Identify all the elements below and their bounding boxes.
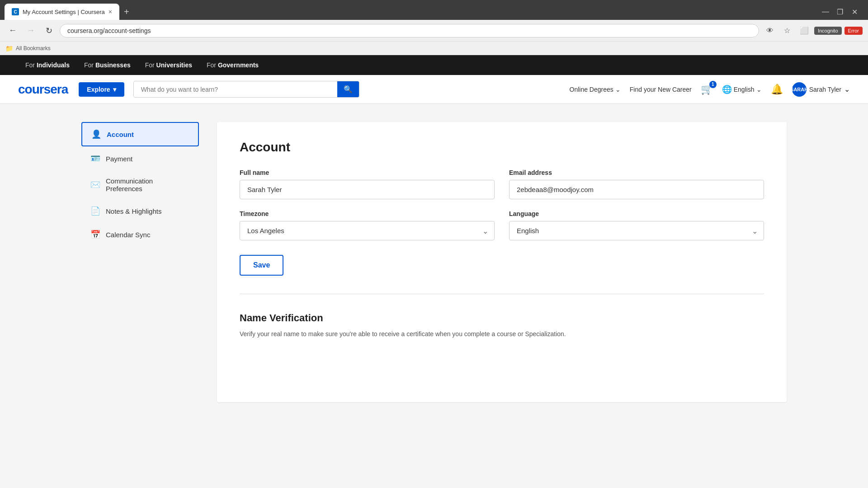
user-menu-button[interactable]: SARAH Sarah Tyler ⌄	[792, 82, 850, 97]
browser-nav: ← → ↻ 👁 ☆ ⬜ Incognito Error	[0, 20, 868, 42]
name-verification-section: Name Verification Verify your real name …	[240, 312, 764, 339]
search-button[interactable]: 🔍	[337, 81, 359, 97]
main-nav: coursera Explore ▾ 🔍 Online Degrees ⌄ Fi…	[0, 75, 868, 104]
bookmarks-icon: 📁	[5, 45, 13, 52]
sidebar-notes-label: Notes & Highlights	[106, 207, 161, 215]
calendar-icon: 📅	[90, 230, 100, 239]
payment-icon: 🪪	[90, 154, 100, 164]
language-chevron-icon: ⌄	[756, 86, 762, 93]
tab-favicon: C	[12, 8, 19, 15]
tab-title: My Account Settings | Coursera	[23, 9, 105, 15]
name-email-row: Full name Email address	[240, 169, 764, 199]
communication-icon: ✉️	[90, 180, 100, 190]
sidebar-item-payment[interactable]: 🪪 Payment	[81, 147, 199, 170]
save-button[interactable]: Save	[240, 255, 283, 276]
name-verification-title: Name Verification	[240, 312, 764, 324]
language-button[interactable]: 🌐 English ⌄	[722, 84, 762, 94]
window-controls: — ❐ ✕	[819, 5, 868, 18]
top-nav: For Individuals For Businesses For Unive…	[0, 55, 868, 75]
nav-for-governments[interactable]: For Governments	[199, 55, 266, 75]
sidebar-account-label: Account	[107, 131, 134, 138]
explore-chevron-icon: ▾	[113, 86, 116, 93]
online-degrees-label: Online Degrees	[570, 86, 613, 93]
avatar: SARAH	[792, 82, 807, 97]
tab-close-button[interactable]: ×	[108, 8, 112, 15]
close-button[interactable]: ✕	[848, 5, 861, 18]
online-degrees-chevron-icon: ⌄	[615, 86, 621, 93]
coursera-logo[interactable]: coursera	[18, 82, 68, 97]
address-bar[interactable]	[60, 24, 759, 38]
language-form-label: Language	[509, 210, 764, 217]
timezone-select[interactable]: Los Angeles New York Chicago	[240, 221, 495, 240]
language-select-wrapper: English Spanish French	[509, 221, 764, 240]
nav-actions: 👁 ☆ ⬜ Incognito Error	[763, 23, 863, 38]
online-degrees-link[interactable]: Online Degrees ⌄	[570, 86, 621, 93]
timezone-select-wrapper: Los Angeles New York Chicago	[240, 221, 495, 240]
section-divider	[240, 294, 764, 294]
full-name-group: Full name	[240, 169, 495, 199]
globe-icon: 🌐	[722, 84, 732, 94]
cart-badge: 1	[709, 81, 717, 88]
explore-button[interactable]: Explore ▾	[79, 82, 124, 97]
url-input[interactable]	[67, 27, 751, 34]
incognito-badge: Incognito	[814, 27, 842, 35]
sidebar-item-notes[interactable]: 📄 Notes & Highlights	[81, 200, 199, 222]
error-badge: Error	[844, 27, 863, 35]
nav-businesses-bold: Businesses	[94, 61, 131, 69]
notes-icon: 📄	[90, 206, 100, 216]
search-input[interactable]	[134, 82, 337, 97]
nav-for-individuals[interactable]: For Individuals	[18, 55, 77, 75]
back-button[interactable]: ←	[5, 23, 20, 38]
timezone-language-row: Timezone Los Angeles New York Chicago La…	[240, 210, 764, 240]
minimize-button[interactable]: —	[819, 5, 832, 18]
tab-bar: C My Account Settings | Coursera × + — ❐…	[0, 0, 868, 20]
bookmarks-label[interactable]: All Bookmarks	[16, 45, 51, 52]
nav-individuals-bold: Individuals	[35, 61, 70, 69]
email-label: Email address	[509, 169, 764, 176]
sidebar-payment-label: Payment	[106, 155, 132, 163]
full-name-label: Full name	[240, 169, 495, 176]
new-tab-button[interactable]: +	[119, 7, 134, 17]
page-title: Account	[240, 140, 764, 155]
bookmark-icon[interactable]: ☆	[780, 23, 794, 38]
user-name: Sarah Tyler	[809, 86, 841, 93]
reading-mode-icon[interactable]: 👁	[763, 23, 777, 38]
sidebar-calendar-label: Calendar Sync	[106, 231, 150, 239]
find-career-link[interactable]: Find your New Career	[630, 86, 692, 93]
browser-chrome: C My Account Settings | Coursera × + — ❐…	[0, 0, 868, 55]
language-group: Language English Spanish French	[509, 210, 764, 240]
account-icon: 👤	[91, 129, 101, 139]
sidebar-item-calendar[interactable]: 📅 Calendar Sync	[81, 223, 199, 246]
site-wrapper: For Individuals For Businesses For Unive…	[0, 55, 868, 420]
nav-universities-bold: Universities	[155, 61, 192, 69]
sidebar-communication-label: Communication Preferences	[106, 177, 190, 192]
language-select[interactable]: English Spanish French	[509, 221, 764, 240]
nav-right: Online Degrees ⌄ Find your New Career 🛒 …	[570, 82, 850, 97]
sidebar-item-communication[interactable]: ✉️ Communication Preferences	[81, 171, 199, 199]
search-bar[interactable]: 🔍	[133, 81, 359, 98]
nav-governments-bold: Governments	[216, 61, 259, 69]
explore-label: Explore	[87, 86, 110, 93]
sidebar: 👤 Account 🪪 Payment ✉️ Communication Pre…	[81, 122, 199, 402]
nav-for-universities[interactable]: For Universities	[138, 55, 199, 75]
user-chevron-icon: ⌄	[844, 85, 850, 94]
email-group: Email address	[509, 169, 764, 199]
timezone-label: Timezone	[240, 210, 495, 217]
email-input[interactable]	[509, 180, 764, 199]
full-name-input[interactable]	[240, 180, 495, 199]
restore-button[interactable]: ❐	[834, 5, 846, 18]
language-label: English	[734, 86, 755, 93]
page-content: 👤 Account 🪪 Payment ✉️ Communication Pre…	[0, 104, 868, 420]
reload-button[interactable]: ↻	[42, 23, 56, 38]
cart-button[interactable]: 🛒 1	[701, 84, 713, 95]
sidebar-item-account[interactable]: 👤 Account	[81, 122, 199, 146]
main-area: Account Full name Email address Timezone…	[217, 122, 787, 402]
name-verification-desc: Verify your real name to make sure you'r…	[240, 329, 764, 339]
bookmarks-bar: 📁 All Bookmarks	[0, 42, 868, 55]
screenshot-icon[interactable]: ⬜	[797, 23, 811, 38]
forward-button[interactable]: →	[24, 23, 38, 38]
timezone-group: Timezone Los Angeles New York Chicago	[240, 210, 495, 240]
active-tab: C My Account Settings | Coursera ×	[5, 4, 119, 20]
nav-for-businesses[interactable]: For Businesses	[77, 55, 138, 75]
notifications-button[interactable]: 🔔	[771, 84, 783, 95]
